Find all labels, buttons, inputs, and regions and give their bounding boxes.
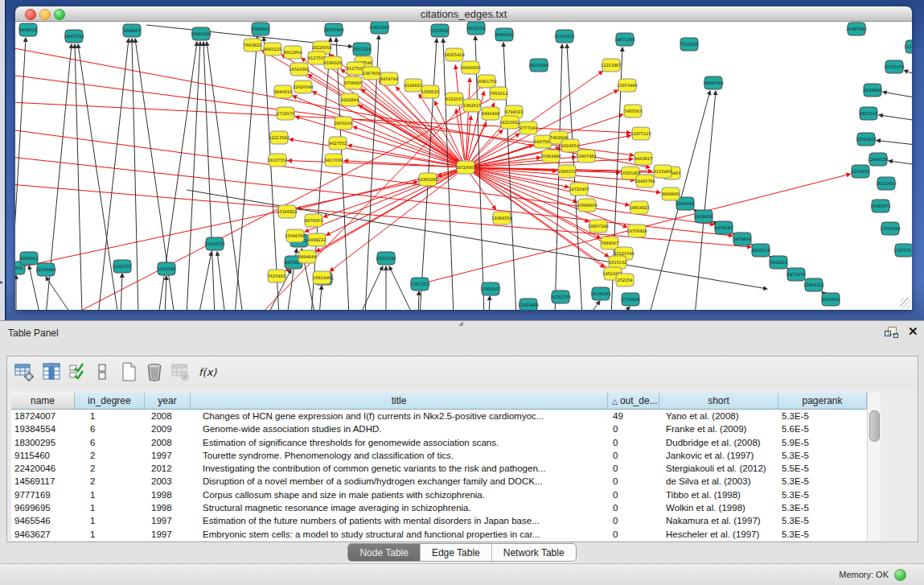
graph-node[interactable]: 7485063 — [624, 105, 642, 117]
graph-node[interactable]: 19495764 — [634, 175, 655, 187]
table-settings-icon[interactable] — [14, 361, 35, 382]
graph-node[interactable]: 20206576 — [204, 237, 224, 250]
table-vertical-scrollbar[interactable] — [867, 393, 881, 541]
graph-node[interactable]: 20087682 — [846, 23, 866, 35]
window-resize-grip[interactable] — [900, 298, 910, 308]
graph-node[interactable]: 15046766 — [285, 229, 305, 242]
graph-node[interactable]: 2935114 — [752, 244, 770, 257]
graph-node[interactable]: 12213967 — [601, 59, 621, 72]
graph-node[interactable]: 9129966 — [864, 84, 881, 97]
graph-node[interactable]: 14136141 — [590, 287, 610, 300]
graph-node[interactable]: 18724007 — [455, 161, 475, 174]
graph-node[interactable]: 6966160 — [495, 28, 513, 41]
graph-node[interactable]: 11675315 — [893, 244, 912, 257]
tab-network-table[interactable]: Network Table — [492, 544, 576, 561]
graph-node[interactable]: 10688609 — [577, 199, 597, 212]
graph-node[interactable]: 15751074 — [884, 60, 904, 73]
graph-node[interactable]: 12923468 — [518, 299, 538, 310]
close-panel-icon[interactable]: ✕ — [908, 324, 918, 339]
graph-node[interactable]: 15992971 — [870, 200, 890, 212]
graph-node[interactable]: 19384554 — [491, 212, 511, 225]
graph-node[interactable]: 6479197 — [715, 221, 733, 234]
graph-node[interactable]: 16648784 — [703, 76, 723, 89]
graph-node[interactable]: 7625402 — [268, 270, 285, 282]
toggle-column-icon[interactable] — [41, 361, 62, 382]
graph-node[interactable]: 1646807 — [123, 24, 141, 37]
delete-table-icon-disabled[interactable] — [170, 361, 191, 382]
graph-node[interactable]: 9756985 — [344, 76, 362, 89]
table-row[interactable]: 1456911722003Disruption of a novel membe… — [11, 475, 867, 488]
graph-node[interactable]: 16640910 — [460, 61, 480, 74]
float-panel-icon[interactable] — [885, 326, 899, 339]
graph-node[interactable]: 20691406 — [191, 27, 211, 40]
graph-node[interactable]: 10653267 — [369, 22, 389, 34]
graph-node[interactable]: 8878353 — [305, 214, 322, 227]
graph-node[interactable]: 19218586 — [528, 59, 548, 72]
graph-node[interactable]: 12213582 — [269, 131, 289, 144]
function-builder-icon[interactable]: f(x) — [196, 361, 217, 382]
column-header-name[interactable]: name — [11, 393, 75, 410]
control-panel-collapsed-arrow[interactable]: ▸ — [0, 277, 5, 288]
graph-node[interactable]: 1145194 — [158, 262, 175, 275]
create-column-icon[interactable] — [118, 361, 139, 382]
column-header-in_degree[interactable]: in_degree — [75, 393, 145, 410]
graph-node[interactable]: 7884067 — [601, 237, 618, 249]
graph-node[interactable]: 12156829 — [35, 263, 55, 276]
graph-node[interactable]: 10958107 — [480, 282, 500, 295]
column-header-short[interactable]: short — [659, 393, 778, 410]
graph-node[interactable]: 9660125 — [264, 43, 281, 56]
table-row[interactable]: 2242004622012Investigating the contribut… — [11, 462, 867, 475]
graph-node[interactable]: 8813054 — [467, 22, 485, 35]
graph-node[interactable]: 11123047 — [904, 40, 912, 53]
scrollbar-thumb[interactable] — [869, 410, 880, 442]
graph-node[interactable]: 7857224 — [353, 43, 371, 56]
graph-node[interactable]: 2803144 — [335, 117, 352, 130]
table-row[interactable]: 969969511998Structural magnetic resonanc… — [11, 501, 867, 514]
table-row[interactable]: 1938455462009Genome-wide association stu… — [11, 422, 867, 435]
network-canvas[interactable]: 9408516140557241646807206914069368061160… — [15, 22, 912, 310]
column-header-year[interactable]: year — [145, 393, 191, 410]
graph-node[interactable]: 12975115 — [630, 127, 651, 140]
graph-node[interactable]: 16543382 — [289, 63, 309, 76]
graph-node[interactable]: 10719155 — [554, 30, 574, 43]
graph-node[interactable]: 7832621 — [770, 256, 787, 269]
graph-node[interactable]: 1691446 — [313, 271, 331, 284]
graph-node[interactable]: 8454749 — [380, 72, 398, 85]
graph-node[interactable]: 18720407 — [569, 183, 589, 196]
graph-node[interactable]: 8186328 — [324, 56, 342, 69]
graph-node[interactable]: 9127508 — [347, 62, 364, 75]
graph-node[interactable]: 6497568 — [534, 135, 552, 148]
graph-node[interactable]: 9427552 — [329, 137, 347, 150]
table-row[interactable]: 946554611997Estimation of the future num… — [11, 514, 867, 527]
graph-node[interactable]: 18807249 — [588, 220, 608, 233]
graph-node[interactable]: 9890616 — [274, 85, 292, 98]
graph-node[interactable]: 1886372 — [558, 165, 576, 178]
graph-node[interactable]: 1733426 — [622, 293, 639, 306]
graph-node[interactable]: 18300295 — [417, 173, 437, 186]
graph-node[interactable]: 9417008 — [325, 154, 343, 167]
graph-node[interactable]: 19756928 — [626, 225, 647, 237]
graph-node[interactable]: 1624554 — [561, 139, 579, 152]
graph-node[interactable]: 9242844 — [341, 93, 359, 106]
graph-node[interactable]: 9463627 — [634, 152, 652, 165]
graph-node[interactable]: 8215935 — [852, 165, 869, 178]
graph-node[interactable]: 8990448 — [482, 107, 499, 120]
column-header-out_de[interactable]: △out_de... — [608, 393, 659, 410]
graph-node[interactable]: 16210643 — [876, 177, 896, 190]
table-row[interactable]: 1872400712008Changes of HCN gene express… — [11, 410, 867, 422]
graph-node[interactable]: 1242737 — [113, 260, 131, 273]
graph-node[interactable]: 9777169 — [519, 122, 537, 134]
graph-node[interactable]: 12444126 — [868, 153, 888, 166]
delete-column-trash-icon[interactable] — [144, 361, 165, 382]
graph-node[interactable]: 18107554 — [267, 154, 287, 167]
graph-node[interactable]: 16782759 — [550, 290, 570, 303]
graph-node[interactable]: 252254 — [616, 274, 634, 286]
citation-network-graph[interactable]: 9408516140557241646807206914069368061160… — [15, 22, 912, 310]
graph-node[interactable]: 1362615 — [463, 99, 481, 112]
select-rows-icon[interactable] — [68, 361, 88, 382]
graph-node[interactable]: 9408516 — [19, 23, 37, 36]
window-titlebar[interactable]: citations_edges.txt — [15, 6, 912, 22]
graph-node[interactable]: 1527602 — [431, 24, 449, 37]
table-row[interactable]: 977716911998Corpus callosum shape and si… — [11, 488, 867, 501]
graph-node[interactable]: 9368061 — [252, 23, 269, 35]
